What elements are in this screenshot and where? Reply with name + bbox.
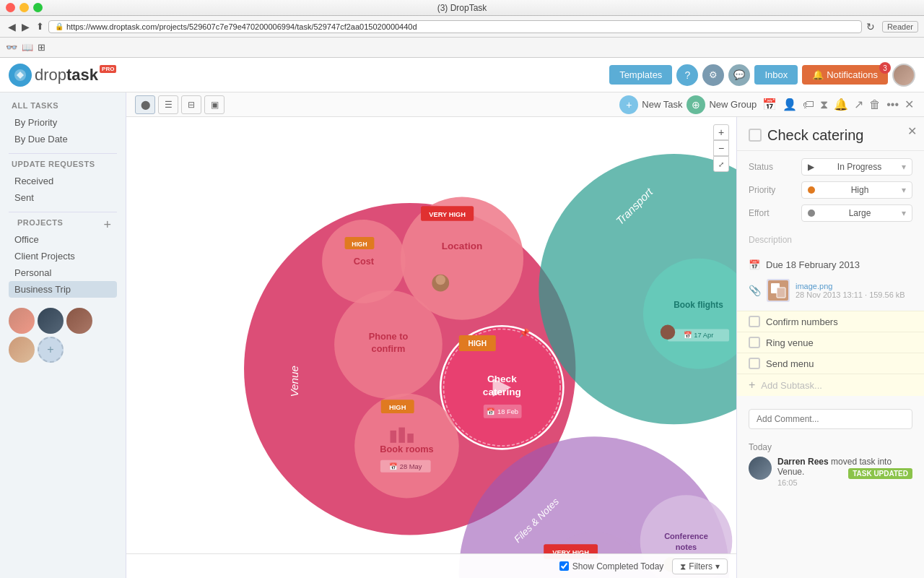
filters-chevron: ▾ — [715, 561, 720, 571]
trash-icon[interactable]: 🗑 — [868, 97, 882, 113]
templates-button[interactable]: Templates — [609, 65, 672, 85]
task-complete-checkbox[interactable] — [749, 129, 762, 142]
svg-rect-35 — [777, 288, 785, 298]
add-comment-input[interactable] — [749, 409, 912, 429]
svg-text:catering: catering — [483, 387, 521, 397]
update-requests-heading: UPDATE REQUESTS — [9, 160, 117, 168]
filter-icon[interactable]: ⧗ — [819, 97, 829, 113]
add-subtask-row: + Add Subtask... — [737, 374, 924, 396]
grid-icon[interactable]: ⊞ — [38, 42, 45, 53]
sidebar-item-office[interactable]: Office — [9, 231, 117, 248]
zoom-in-button[interactable]: + — [713, 124, 729, 140]
lock-icon: 🔒 — [55, 22, 64, 30]
add-member-button[interactable]: + — [38, 337, 64, 363]
priority-select[interactable]: High ▾ — [801, 181, 912, 199]
url-bar[interactable]: 🔒 https://www.droptask.com/projects/5296… — [48, 20, 862, 33]
project-members: + — [0, 303, 126, 367]
back-button[interactable]: ◀ — [6, 21, 18, 33]
priority-row: Priority High ▾ — [749, 181, 912, 199]
show-completed-checkbox[interactable] — [559, 561, 569, 571]
effort-row: Effort Large ▾ — [749, 204, 912, 222]
share-button[interactable]: ⬆ — [36, 21, 44, 32]
help-button[interactable]: ? — [676, 64, 698, 86]
sidebar-item-received[interactable]: Received — [9, 173, 117, 189]
activity-today-label: Today — [749, 442, 912, 452]
new-task-button[interactable]: + New Task — [619, 95, 682, 114]
share-icon[interactable]: ↗ — [853, 96, 865, 113]
forward-button[interactable]: ▶ — [19, 21, 32, 33]
bookmarks-icon[interactable]: 📖 — [22, 42, 33, 53]
bottom-bar: Show Completed Today ⧗ Filters ▾ — [126, 553, 736, 578]
bell-icon[interactable]: 🔔 — [832, 96, 850, 113]
sidebar-item-sent[interactable]: Sent — [9, 189, 117, 206]
activity-action: moved task into — [831, 457, 892, 467]
subtasks-list: Confirm numbers Ring venue Send menu + — [737, 311, 924, 396]
activity-user-avatar — [749, 457, 772, 480]
show-completed-label[interactable]: Show Completed Today — [559, 561, 664, 571]
new-group-label: New Group — [709, 99, 757, 110]
check-catering-priority: HIGH — [468, 340, 487, 348]
new-group-button[interactable]: ⊕ New Group — [687, 95, 757, 114]
member-avatar-4[interactable] — [9, 337, 35, 363]
attachment-icon: 📎 — [749, 285, 761, 296]
close-panel-icon[interactable]: ✕ — [903, 96, 915, 113]
notifications-button[interactable]: 🔔 Notifications 3 — [802, 65, 888, 85]
zoom-fit-button[interactable]: ⤢ — [713, 156, 729, 172]
minimize-button[interactable] — [19, 3, 29, 12]
task-updated-badge: TASK UPDATED — [848, 468, 912, 479]
more-icon[interactable]: ••• — [885, 97, 900, 113]
status-select[interactable]: ▶ In Progress ▾ — [801, 158, 912, 176]
add-subtask-input[interactable]: Add Subtask... — [761, 380, 822, 391]
reading-list-icon[interactable]: 👓 — [6, 42, 17, 53]
task-panel-close-button[interactable]: ✕ — [907, 124, 917, 138]
detail-view-button[interactable]: ⊟ — [181, 95, 201, 114]
attachment-name[interactable]: image.png — [796, 282, 905, 290]
settings-button[interactable]: ⚙ — [702, 64, 724, 86]
zoom-out-button[interactable]: − — [713, 140, 729, 156]
sidebar-item-business-trip[interactable]: Business Trip — [9, 281, 117, 298]
member-avatar-3[interactable] — [66, 308, 92, 334]
filters-button[interactable]: ⧗ Filters ▾ — [672, 558, 728, 574]
inbox-button[interactable]: Inbox — [754, 65, 798, 85]
conference-notes-label: Conference — [664, 532, 708, 540]
user-avatar[interactable] — [892, 64, 915, 87]
subtask-checkbox-3[interactable] — [749, 358, 760, 369]
effort-select[interactable]: Large ▾ — [801, 204, 912, 222]
circle-view-button[interactable]: ⬤ — [135, 95, 155, 114]
messages-button[interactable]: 💬 — [728, 64, 750, 86]
projects-header: PROJECTS + — [9, 218, 117, 231]
due-date-text: Due 18 February 2013 — [766, 259, 860, 270]
venue-label: Venue — [288, 366, 300, 397]
add-project-button[interactable]: + — [103, 218, 111, 231]
reader-button[interactable]: Reader — [882, 21, 918, 33]
list-view-button[interactable]: ☰ — [158, 95, 178, 114]
status-row: Status ▶ In Progress ▾ — [749, 158, 912, 176]
subtask-text-3: Send menu — [766, 358, 814, 369]
subtask-checkbox-1[interactable] — [749, 316, 760, 327]
presentation-view-button[interactable]: ▣ — [204, 95, 225, 114]
calendar-icon[interactable]: 📅 — [761, 96, 778, 113]
task-due-date: 📅 Due 18 February 2013 — [737, 254, 924, 276]
member-avatar-1[interactable] — [9, 308, 35, 334]
add-subtask-button[interactable]: + — [749, 379, 755, 392]
sidebar-item-by-due-date[interactable]: By Due Date — [9, 131, 117, 147]
maximize-button[interactable] — [33, 3, 43, 12]
browser-nav[interactable]: ◀ ▶ — [6, 21, 32, 33]
sidebar-item-personal[interactable]: Personal — [9, 264, 117, 281]
sidebar-item-by-priority[interactable]: By Priority — [9, 114, 117, 131]
member-avatar-2[interactable] — [38, 308, 64, 334]
app-header: droptaskPRO Templates ? ⚙ 💬 Inbox 🔔 Noti… — [0, 58, 924, 92]
person-icon[interactable]: 👤 — [781, 96, 798, 113]
priority-label: Priority — [749, 185, 796, 195]
header-buttons: Templates ? ⚙ 💬 Inbox 🔔 Notifications 3 — [609, 64, 915, 87]
subtask-checkbox-2[interactable] — [749, 337, 760, 348]
circles-canvas: + − ⤢ Venue Location VERY — [126, 117, 736, 578]
sidebar-item-client-projects[interactable]: Client Projects — [9, 248, 117, 264]
attachment-thumbnail[interactable] — [767, 279, 790, 302]
logo-icon — [9, 64, 32, 87]
window-controls[interactable] — [6, 3, 43, 12]
reload-button[interactable]: ↻ — [866, 21, 875, 33]
close-button[interactable] — [6, 3, 15, 12]
tag-icon[interactable]: 🏷 — [801, 97, 816, 113]
book-rooms-priority: HIGH — [389, 404, 406, 411]
